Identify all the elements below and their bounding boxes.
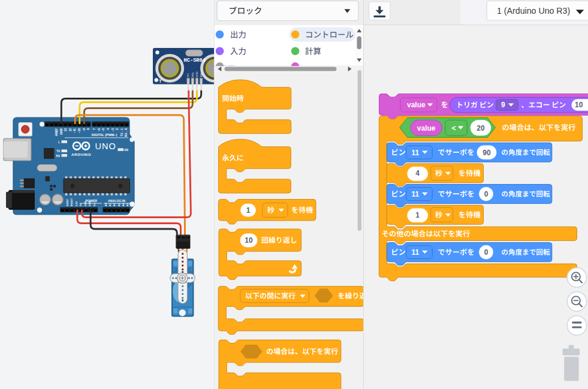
svg-text:0: 0 <box>484 248 489 257</box>
svg-text:10: 10 <box>575 101 583 109</box>
svg-text:UNO: UNO <box>95 141 116 151</box>
svg-text:5V: 5V <box>79 203 82 206</box>
svg-text:RX←0: RX←0 <box>125 128 128 137</box>
svg-text:~11: ~11 <box>73 128 76 133</box>
svg-text:9: 9 <box>501 101 505 109</box>
svg-text:4: 4 <box>107 128 110 130</box>
svg-text:11: 11 <box>412 190 420 198</box>
svg-text:~10: ~10 <box>78 128 81 133</box>
svg-text:T: T <box>159 79 162 84</box>
svg-text:value: value <box>417 124 436 132</box>
svg-text:GND: GND <box>60 128 63 134</box>
svg-text:1 (Arduino Uno R3): 1 (Arduino Uno R3) <box>497 6 570 16</box>
svg-text:11: 11 <box>412 149 420 157</box>
svg-text:DIGITAL (PWM~): DIGITAL (PWM~) <box>92 133 117 137</box>
svg-text:ANALOG IN: ANALOG IN <box>108 199 125 203</box>
svg-text:ARDUINO: ARDUINO <box>71 152 91 156</box>
svg-text:2: 2 <box>116 128 119 130</box>
svg-text:13: 13 <box>64 128 67 132</box>
svg-text:TRIG: TRIG <box>192 73 194 77</box>
svg-text:POWER: POWER <box>85 199 97 203</box>
svg-text:value: value <box>407 101 426 109</box>
svg-text:8: 8 <box>87 128 90 130</box>
svg-text:1: 1 <box>246 206 251 215</box>
svg-text:~3: ~3 <box>111 128 114 132</box>
svg-text:<: < <box>452 124 456 132</box>
svg-text:20: 20 <box>477 124 485 132</box>
svg-text:10: 10 <box>245 236 253 245</box>
svg-text:12: 12 <box>69 128 72 132</box>
svg-text:VCC: VCC <box>187 73 189 77</box>
svg-text:AREF: AREF <box>55 128 58 136</box>
svg-text:GND: GND <box>200 73 203 77</box>
svg-text:IOREF: IOREF <box>66 198 69 206</box>
svg-text:ECHO: ECHO <box>196 71 198 77</box>
svg-text:90: 90 <box>483 149 491 157</box>
svg-text:TX→1: TX→1 <box>120 128 123 137</box>
svg-text:RX: RX <box>56 155 61 158</box>
svg-text:Vin: Vin <box>93 202 96 206</box>
svg-text:ON: ON <box>124 149 129 152</box>
svg-text:4: 4 <box>415 169 420 177</box>
svg-text:~6: ~6 <box>98 128 101 132</box>
svg-text:1: 1 <box>415 211 420 219</box>
svg-text:~5: ~5 <box>102 128 105 132</box>
svg-text:11: 11 <box>412 248 420 257</box>
svg-text:L: L <box>58 141 60 144</box>
svg-text:7: 7 <box>93 128 96 130</box>
svg-text:HC-SR04: HC-SR04 <box>184 58 206 64</box>
svg-text:0: 0 <box>484 190 489 198</box>
svg-text:RESET: RESET <box>70 198 73 206</box>
svg-text:~9: ~9 <box>83 128 86 132</box>
svg-text:TX: TX <box>56 150 61 153</box>
svg-text:3.3V: 3.3V <box>75 201 78 207</box>
